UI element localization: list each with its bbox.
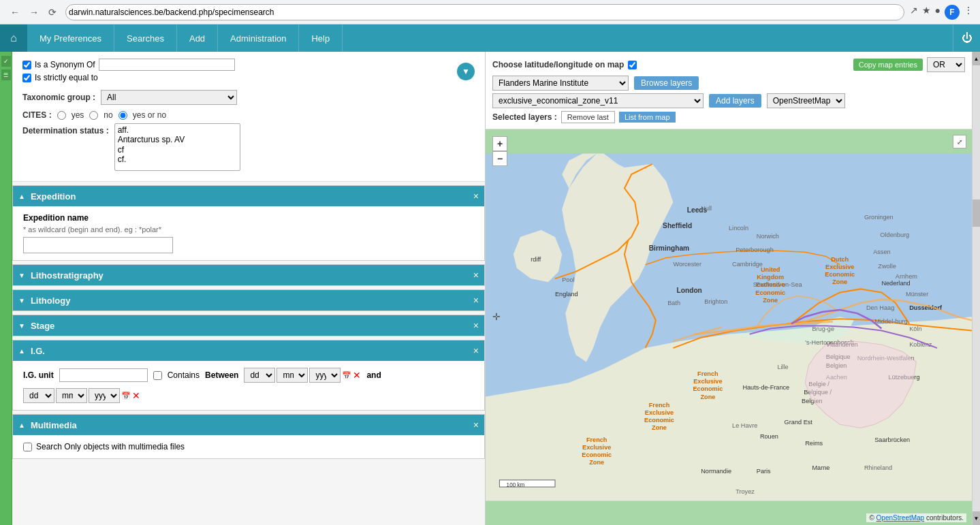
synonym-checkbox[interactable] bbox=[22, 61, 31, 69]
add-layers-button[interactable]: Add layers bbox=[709, 94, 761, 108]
lithostratigraphy-close-button[interactable]: × bbox=[473, 270, 479, 281]
institute-select[interactable]: Flanders Marine Institute bbox=[492, 76, 629, 91]
nav-item-searches[interactable]: Searches bbox=[114, 25, 177, 52]
selected-layers-label: Selected layers : bbox=[492, 112, 557, 122]
map-zoom-controls: + − bbox=[492, 136, 507, 166]
svg-text:Paris: Paris bbox=[757, 468, 771, 475]
back-button[interactable]: ← bbox=[7, 5, 23, 19]
ig-month-from-select[interactable]: mm bbox=[276, 368, 308, 383]
multimedia-checkbox[interactable] bbox=[23, 443, 32, 451]
determination-status-select[interactable]: aff. Antarcturus sp. AV cf cf. bbox=[114, 123, 240, 171]
cites-yesorno-radio[interactable] bbox=[118, 111, 127, 120]
ig-calendar-to-icon[interactable]: 📅 bbox=[121, 392, 131, 400]
det-option-cf[interactable]: cf bbox=[118, 145, 237, 155]
svg-text:Münster: Münster bbox=[906, 291, 928, 298]
svg-text:Economic: Economic bbox=[825, 271, 855, 278]
lithology-header[interactable]: ▼ Lithology × bbox=[13, 290, 484, 311]
remove-last-button[interactable]: Remove last bbox=[561, 111, 615, 123]
or-and-select[interactable]: OR AND bbox=[927, 57, 965, 72]
address-bar[interactable] bbox=[65, 4, 904, 20]
svg-text:Den Haag: Den Haag bbox=[866, 304, 894, 311]
layer-select[interactable]: exclusive_economical_zone_v11 bbox=[492, 93, 704, 108]
multimedia-close-button[interactable]: × bbox=[473, 419, 479, 430]
nav-item-add[interactable]: Add bbox=[177, 25, 218, 52]
ig-unit-input[interactable] bbox=[59, 368, 148, 382]
map-expand-button[interactable]: ⤢ bbox=[953, 135, 966, 148]
det-option-cf-dot[interactable]: cf. bbox=[118, 155, 237, 164]
reload-button[interactable]: ⟳ bbox=[45, 5, 60, 19]
star-icon[interactable]: ★ bbox=[922, 5, 931, 20]
det-option-aff[interactable]: aff. bbox=[118, 125, 237, 135]
multimedia-header[interactable]: ▲ Multimedia × bbox=[13, 415, 484, 435]
stage-section: ▼ Stage × bbox=[12, 315, 485, 336]
ig-close-button[interactable]: × bbox=[473, 345, 479, 356]
basemap-select[interactable]: OpenStreetMap bbox=[767, 93, 845, 108]
cites-no-radio[interactable] bbox=[89, 111, 98, 120]
multimedia-section: ▲ Multimedia × Search Only objects with … bbox=[12, 414, 485, 459]
taxonomic-group-select[interactable]: All bbox=[101, 90, 237, 105]
map-container: United Kingdom Exclusive Economic Zone D… bbox=[486, 129, 972, 525]
nav-item-administration[interactable]: Administration bbox=[218, 25, 299, 52]
ig-remove-from-button[interactable]: ✕ bbox=[353, 370, 361, 381]
svg-text:Worcester: Worcester bbox=[673, 261, 701, 268]
pan-tool-icon[interactable]: ✛ bbox=[492, 311, 501, 322]
menu-icon[interactable]: ⋮ bbox=[964, 5, 973, 20]
right-scrollbar[interactable]: ▲ ▼ bbox=[972, 52, 980, 525]
ig-calendar-from-icon[interactable]: 📅 bbox=[342, 371, 351, 380]
collapse-dropdown-button[interactable]: ▼ bbox=[457, 63, 475, 80]
synonym-input[interactable] bbox=[99, 59, 235, 71]
share-icon[interactable]: ↗ bbox=[910, 5, 918, 20]
ig-day-to-select[interactable]: dd bbox=[23, 388, 54, 403]
expedition-close-button[interactable]: × bbox=[473, 191, 479, 202]
svg-text:Peterborough: Peterborough bbox=[736, 246, 774, 253]
stage-close-button[interactable]: × bbox=[473, 320, 479, 331]
map-controls: Choose latitude/longitude on map Copy ma… bbox=[486, 52, 972, 129]
browser-nav[interactable]: ← → ⟳ bbox=[7, 5, 60, 19]
extension-icon[interactable]: ● bbox=[935, 5, 941, 20]
cites-yes-radio[interactable] bbox=[57, 111, 66, 120]
svg-text:100 km: 100 km bbox=[507, 482, 525, 488]
svg-text:United: United bbox=[761, 266, 780, 273]
svg-text:French: French bbox=[586, 436, 607, 443]
ig-contains-checkbox[interactable] bbox=[153, 371, 162, 380]
svg-text:Exclusive: Exclusive bbox=[582, 444, 611, 451]
det-option-antarcturus[interactable]: Antarcturus sp. AV bbox=[118, 135, 237, 144]
expedition-name-input[interactable] bbox=[23, 237, 173, 253]
map-layer-row2: exclusive_economical_zone_v11 Add layers… bbox=[492, 93, 965, 108]
ig-month-to-select[interactable]: mm bbox=[56, 388, 87, 403]
scroll-thumb[interactable] bbox=[973, 200, 980, 227]
strictly-equal-checkbox[interactable] bbox=[22, 74, 31, 82]
ig-header[interactable]: ▲ I.G. × bbox=[13, 340, 484, 361]
svg-text:Le Havre: Le Havre bbox=[732, 422, 757, 429]
svg-text:Assen: Assen bbox=[873, 249, 891, 255]
ig-year-to-select[interactable]: yyyy bbox=[89, 388, 120, 403]
lithostratigraphy-header[interactable]: ▼ Lithostratigraphy × bbox=[13, 265, 484, 285]
user-avatar[interactable]: F bbox=[945, 5, 960, 20]
svg-text:Economic: Economic bbox=[755, 289, 785, 296]
list-from-map-button[interactable]: List from map bbox=[619, 112, 676, 123]
app-logo[interactable]: ⌂ bbox=[0, 25, 27, 52]
power-button[interactable]: ⏻ bbox=[953, 25, 980, 52]
ig-row: I.G. unit Contains Between dd mm yyyy 📅 … bbox=[23, 368, 474, 403]
zoom-out-button[interactable]: − bbox=[492, 151, 507, 166]
forward-button[interactable]: → bbox=[26, 5, 42, 19]
toolbar-list-icon[interactable]: ☰ bbox=[1, 69, 11, 80]
nav-item-help[interactable]: Help bbox=[299, 25, 343, 52]
toolbar-check-icon[interactable]: ✓ bbox=[1, 56, 11, 67]
lithology-close-button[interactable]: × bbox=[473, 295, 479, 306]
zoom-in-button[interactable]: + bbox=[492, 136, 507, 151]
svg-text:Middel-burg: Middel-burg bbox=[874, 318, 907, 325]
stage-header[interactable]: ▼ Stage × bbox=[13, 315, 484, 336]
ig-year-from-select[interactable]: yyyy bbox=[309, 368, 341, 383]
ig-remove-to-button[interactable]: ✕ bbox=[132, 390, 140, 401]
map-attribution: © OpenStreetMap contributors. bbox=[866, 513, 966, 522]
map-layer-row1: Flanders Marine Institute Browse layers bbox=[492, 76, 965, 91]
coord-checkbox[interactable] bbox=[628, 61, 637, 69]
ig-day-from-select[interactable]: dd bbox=[244, 368, 275, 383]
svg-text:Rhineland: Rhineland bbox=[864, 464, 892, 471]
osm-attribution-link[interactable]: OpenStreetMap bbox=[876, 514, 925, 522]
expedition-header[interactable]: ▲ Expedition × bbox=[13, 186, 484, 206]
nav-item-preferences[interactable]: My Preferences bbox=[27, 25, 114, 52]
browse-layers-button[interactable]: Browse layers bbox=[634, 76, 699, 90]
copy-map-entries-button[interactable]: Copy map entries bbox=[853, 59, 923, 71]
